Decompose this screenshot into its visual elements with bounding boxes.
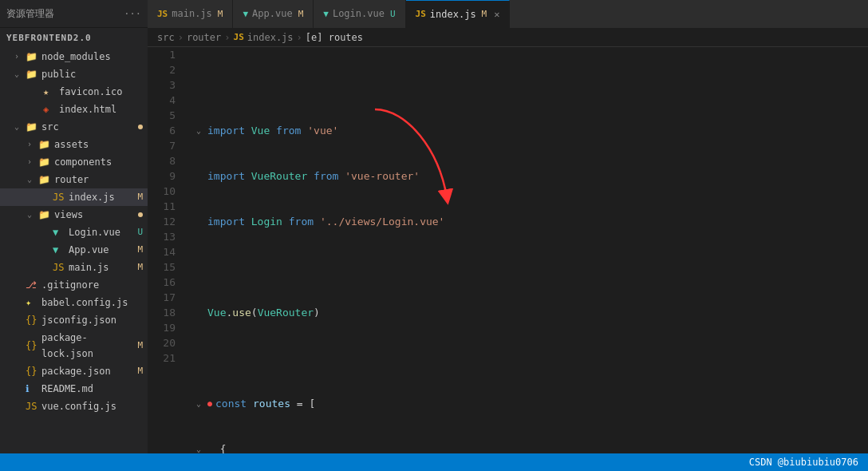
fold-placeholder <box>196 214 207 229</box>
vue-icon: ▼ <box>323 9 329 19</box>
tab-main-js[interactable]: JS main.js M <box>148 0 233 28</box>
fold-placeholder <box>196 168 207 184</box>
code-line-8: ⌄ { <box>196 441 868 453</box>
vue-file-icon: ▼ <box>53 224 65 240</box>
chevron-down-icon: ⌄ <box>14 66 26 82</box>
tab-label: index.js <box>430 9 476 20</box>
tab-label: main.js <box>172 8 212 19</box>
code-line-2: import VueRouter from 'vue-router' <box>196 168 868 184</box>
chevron-right-icon: › <box>27 154 38 170</box>
tab-badge: M <box>218 9 223 19</box>
breadcrumb-js-icon: JS <box>234 32 244 42</box>
sidebar-item-package-json[interactable]: {} package.json M <box>0 362 148 380</box>
js-file-icon: JS <box>26 398 38 414</box>
breadcrumb-sep2: › <box>224 32 230 43</box>
title-bar: 资源管理器 ··· JS main.js M ▼ App.vue M ▼ Log… <box>0 0 868 28</box>
js-file-icon: JS <box>53 259 65 275</box>
tab-login-vue[interactable]: ▼ Login.vue U <box>314 0 405 28</box>
sidebar-item-public[interactable]: ⌄ 📁 public <box>0 65 148 83</box>
sidebar-item-gitignore[interactable]: ⎇ .gitignore <box>0 276 148 294</box>
folder-icon: 📁 <box>38 137 51 152</box>
breadcrumb-src: src <box>157 32 175 43</box>
explorer-menu-dots[interactable]: ··· <box>124 8 141 19</box>
star-icon: ★ <box>43 84 56 100</box>
git-icon: ⎇ <box>26 277 38 293</box>
breadcrumb: src › router › JS index.js › [e] routes <box>148 28 868 47</box>
modified-badge: M <box>137 338 143 354</box>
vue-file-icon: ▼ <box>53 242 65 258</box>
sidebar-root-label: YEBFRONTEND2.0 <box>6 33 92 43</box>
breadcrumb-sep3: › <box>297 32 302 43</box>
json-icon: {} <box>26 338 38 354</box>
sidebar-item-package-lock[interactable]: {} package-lock.json M <box>0 329 148 362</box>
fold-placeholder <box>196 350 207 366</box>
fold-icon[interactable]: ⌄ <box>196 396 207 411</box>
editor-content[interactable]: 1 2 3 4 5 6 7 8 9 10 11 12 13 14 15 16 1… <box>148 47 868 453</box>
folder-icon: 📁 <box>26 49 38 65</box>
tab-index-js[interactable]: JS index.js M ✕ <box>406 0 511 28</box>
js-file-icon: JS <box>53 189 65 205</box>
untracked-badge: U <box>137 224 143 240</box>
sidebar-item-vue-config[interactable]: JS vue.config.js <box>0 398 148 415</box>
status-bar: CSDN @biubiubiu0706 <box>0 453 868 471</box>
js-icon: JS <box>416 9 426 19</box>
breadcrumb-routes: [e] routes <box>306 32 363 43</box>
code-editor[interactable]: ⌄ import Vue from 'vue' import VueRouter… <box>183 47 868 453</box>
editor-area: src › router › JS index.js › [e] routes … <box>148 28 868 453</box>
explorer-label: 资源管理器 <box>6 7 54 21</box>
sidebar-item-app-vue[interactable]: ▼ App.vue M <box>0 241 148 259</box>
sidebar: YEBFRONTEND2.0 › 📁 node_modules ⌄ 📁 publ… <box>0 28 148 453</box>
folder-icon: 📁 <box>38 207 51 223</box>
watermark: CSDN @biubiubiu0706 <box>749 457 858 468</box>
sidebar-item-login-vue[interactable]: ▼ Login.vue U <box>0 224 148 241</box>
line-numbers: 1 2 3 4 5 6 7 8 9 10 11 12 13 14 15 16 1… <box>148 47 183 453</box>
code-line-4 <box>196 259 868 275</box>
json-icon: {} <box>26 363 38 379</box>
folder-icon: 📁 <box>38 154 51 170</box>
sidebar-item-views[interactable]: ⌄ 📁 views <box>0 206 148 224</box>
fold-icon[interactable]: ⌄ <box>196 123 207 138</box>
sidebar-item-babel[interactable]: ✦ babel.config.js <box>0 294 148 311</box>
chevron-right-icon: › <box>27 137 38 152</box>
modified-dot <box>138 212 143 217</box>
fold-placeholder <box>196 259 207 275</box>
sidebar-item-index-html[interactable]: ◈ index.html <box>0 101 148 118</box>
explorer-header: 资源管理器 ··· <box>0 7 148 21</box>
tab-close-button[interactable]: ✕ <box>494 9 499 20</box>
json-icon: {} <box>26 312 38 328</box>
sidebar-item-router[interactable]: ⌄ 📁 router <box>0 171 148 188</box>
modified-badge: M <box>137 189 143 205</box>
breadcrumb-sep: › <box>178 32 183 43</box>
tab-bar: JS main.js M ▼ App.vue M ▼ Login.vue U J… <box>148 0 868 28</box>
sidebar-item-favicon[interactable]: ★ favicon.ico <box>0 83 148 101</box>
info-icon: ℹ <box>26 381 38 397</box>
tab-badge: U <box>390 9 396 19</box>
sidebar-item-node-modules[interactable]: › 📁 node_modules <box>0 48 148 65</box>
chevron-right-icon: › <box>14 49 26 65</box>
sidebar-item-components[interactable]: › 📁 components <box>0 153 148 171</box>
folder-icon: 📁 <box>38 172 51 188</box>
arrow-annotation <box>279 101 455 205</box>
folder-icon: 📁 <box>26 66 38 82</box>
tab-label: Login.vue <box>333 8 385 19</box>
breadcrumb-router: router <box>187 32 221 43</box>
sidebar-item-main-js[interactable]: JS main.js M <box>0 259 148 276</box>
fold-placeholder <box>196 305 207 320</box>
html-icon: ◈ <box>43 101 56 117</box>
sidebar-item-readme[interactable]: ℹ README.md <box>0 380 148 398</box>
vue-icon: ▼ <box>243 9 248 19</box>
sidebar-item-index-js[interactable]: JS index.js M <box>0 188 148 206</box>
sidebar-header: YEBFRONTEND2.0 <box>0 28 148 48</box>
folder-icon: 📁 <box>26 119 38 135</box>
tab-badge: M <box>298 9 304 19</box>
sidebar-item-src[interactable]: ⌄ 📁 src <box>0 118 148 136</box>
modified-badge: M <box>137 363 143 379</box>
sidebar-item-jsconfig[interactable]: {} jsconfig.json <box>0 311 148 329</box>
code-line-3: import Login from '../views/Login.vue' <box>196 214 868 229</box>
chevron-down-icon: ⌄ <box>27 172 38 188</box>
sidebar-item-assets[interactable]: › 📁 assets <box>0 136 148 153</box>
code-line-1: ⌄ import Vue from 'vue' <box>196 123 868 138</box>
tab-app-vue[interactable]: ▼ App.vue M <box>233 0 314 28</box>
fold-icon[interactable]: ⌄ <box>196 441 207 453</box>
modified-badge: M <box>137 259 143 275</box>
